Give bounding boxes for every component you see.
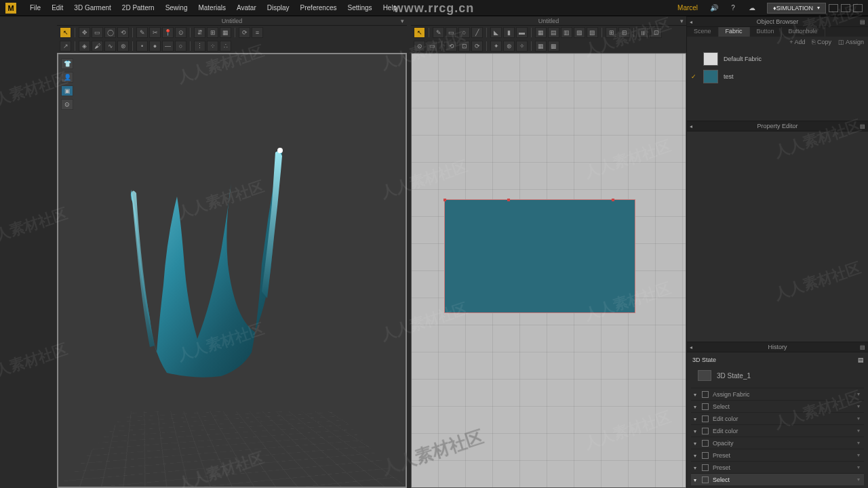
menu-avatar[interactable]: Avatar (231, 4, 262, 12)
side-scene-icon[interactable]: ▣ (61, 85, 73, 96)
tool2d-b9[interactable]: ▦ (535, 41, 547, 52)
tool2d-b8[interactable]: ✧ (516, 41, 528, 52)
fabric-item-test[interactable]: ✓ test (691, 68, 864, 85)
window-max[interactable] (841, 4, 850, 12)
sound-icon[interactable]: 🔊 (708, 2, 720, 14)
menu-materials[interactable]: Materials (193, 4, 231, 12)
history-row[interactable]: Edit color (691, 424, 864, 436)
menu-file[interactable]: File (24, 4, 46, 12)
history-header[interactable]: History (687, 342, 868, 352)
tool-move[interactable]: ✥ (79, 27, 90, 38)
tool-dot2[interactable]: ● (149, 41, 161, 52)
history-row[interactable]: Edit color (691, 412, 864, 424)
tool-misc3[interactable]: ∴ (220, 41, 231, 52)
help-icon[interactable]: ? (727, 2, 739, 14)
window-min[interactable] (829, 4, 838, 12)
tool-flat[interactable]: ▦ (220, 27, 231, 38)
viewport-3d[interactable]: 👕 👤 ▣ ⊙ (57, 53, 407, 488)
menu-preferences[interactable]: Preferences (295, 4, 342, 12)
viewport-2d[interactable] (411, 53, 686, 488)
tool-select-3d[interactable]: ↖ (60, 27, 71, 38)
tool2d-b5[interactable]: ⟳ (471, 41, 483, 52)
tool2d-t6[interactable]: ⊞ (606, 27, 617, 38)
tool2d-t8[interactable]: ⫼ (637, 27, 649, 38)
tool2d-t4[interactable]: ▧ (574, 27, 585, 38)
tool2d-b10[interactable]: ▩ (548, 41, 559, 52)
tool-rect[interactable]: ▭ (92, 27, 103, 38)
side-pin-icon[interactable]: ⊙ (61, 99, 73, 110)
pattern-pin[interactable] (507, 199, 510, 201)
tool2d-t3[interactable]: ▥ (561, 27, 572, 38)
tool2d-select[interactable]: ↖ (414, 27, 425, 38)
tool-stiff[interactable]: ⊛ (117, 41, 129, 52)
tool-line[interactable]: — (162, 41, 174, 52)
tool-dot1[interactable]: • (136, 41, 148, 52)
tool2d-line[interactable]: ╱ (471, 27, 483, 38)
tool2d-seam[interactable]: ▬ (516, 27, 528, 38)
menu-display[interactable]: Display (262, 4, 295, 12)
add-button[interactable]: + Add (789, 39, 805, 45)
tool-misc2[interactable]: ⁘ (207, 41, 218, 52)
tool2d-b6[interactable]: ✦ (490, 41, 502, 52)
history-row[interactable]: Preset (691, 449, 864, 461)
tool-pin[interactable]: 📍 (162, 27, 174, 38)
tool-tape[interactable]: ≡ (252, 27, 263, 38)
tool2d-t5[interactable]: ▨ (587, 27, 598, 38)
pattern-pin[interactable] (612, 199, 614, 201)
tool2d-t9[interactable]: ⊡ (650, 27, 662, 38)
menu-3d-garment[interactable]: 3D Garment (68, 4, 116, 12)
simulation-button[interactable]: ♦ SIMULATION (767, 3, 826, 14)
tool-rotate[interactable]: ⟲ (117, 27, 129, 38)
menu-sewing[interactable]: Sewing (160, 4, 193, 12)
tool-pen[interactable]: ✎ (136, 27, 148, 38)
history-state-item[interactable]: 3D State_1 (691, 367, 864, 388)
tool2d-notch[interactable]: ▮ (503, 27, 515, 38)
tool2d-b4[interactable]: ⊡ (458, 41, 470, 52)
fabric-check[interactable]: ✓ (691, 73, 698, 80)
history-row[interactable]: Select (691, 400, 864, 412)
tool2d-b3[interactable]: ⟲ (446, 41, 457, 52)
tool-circle[interactable]: ○ (175, 41, 186, 52)
window-close[interactable] (853, 4, 863, 12)
history-row[interactable]: Preset (691, 461, 864, 473)
cloud-icon[interactable]: ☁ (746, 2, 758, 14)
tool-cut[interactable]: ✂ (149, 27, 161, 38)
tool-brush[interactable]: 🖌 (92, 41, 103, 52)
object-browser-header[interactable]: Object Browser (687, 16, 868, 27)
side-avatar-icon[interactable]: 👤 (61, 72, 73, 83)
menu-settings[interactable]: Settings (342, 4, 377, 12)
tool-arrow[interactable]: ↗ (60, 41, 71, 52)
tool-tack[interactable]: ⊙ (175, 27, 186, 38)
tool-smooth[interactable]: ∿ (104, 41, 116, 52)
user-name[interactable]: Marcel (677, 4, 698, 12)
history-row[interactable]: Assign Fabric (691, 388, 864, 400)
tool-arrange[interactable]: ⇵ (194, 27, 205, 38)
tool2d-b1[interactable]: ⊙ (414, 41, 425, 52)
tab-scene[interactable]: Scene (687, 27, 719, 37)
tab-2d[interactable]: Untitled (411, 16, 686, 26)
pattern-rectangle[interactable] (444, 199, 635, 313)
tab-fabric[interactable]: Fabric (719, 27, 750, 37)
fabric-item-default[interactable]: Default Fabric (691, 50, 864, 68)
tool-fold[interactable]: ⊞ (207, 27, 218, 38)
assign-button[interactable]: ◫ Assign (838, 39, 864, 45)
tool-misc1[interactable]: ⋮ (194, 41, 205, 52)
tool-measure[interactable]: ⟳ (239, 27, 250, 38)
tool2d-dart[interactable]: ◣ (490, 27, 502, 38)
side-garment-icon[interactable]: 👕 (61, 58, 73, 69)
tab-3d[interactable]: Untitled (57, 16, 407, 26)
tool2d-t7[interactable]: ⊟ (618, 27, 630, 38)
menu-help[interactable]: Help (378, 4, 403, 12)
tool2d-pen[interactable]: ✎ (433, 27, 444, 38)
tool-mesh[interactable]: ◈ (79, 41, 90, 52)
tool2d-circle[interactable]: ○ (458, 27, 470, 38)
property-editor-header[interactable]: Property Editor (687, 121, 868, 131)
history-row-selected[interactable]: Select (691, 473, 864, 485)
history-row[interactable]: Opacity (691, 436, 864, 449)
tool2d-b7[interactable]: ⊛ (503, 41, 515, 52)
tab-buttonhole[interactable]: Buttonhole (782, 27, 825, 37)
tool2d-t2[interactable]: ▤ (548, 27, 559, 38)
pattern-pin[interactable] (443, 199, 446, 201)
history-section[interactable]: 3D State▤ (691, 355, 864, 367)
tab-button[interactable]: Button (750, 27, 782, 37)
